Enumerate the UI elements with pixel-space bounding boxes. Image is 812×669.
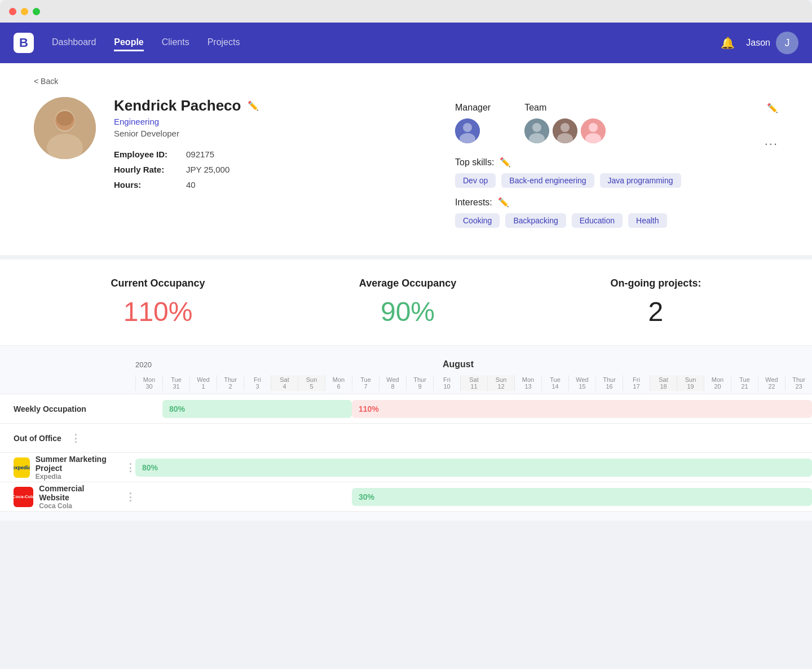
average-occupancy-value: 90% bbox=[359, 296, 456, 327]
day-col-19: Sat18 bbox=[650, 375, 677, 391]
nav-projects[interactable]: Projects bbox=[208, 35, 240, 51]
interest-tag-3: Health bbox=[628, 213, 667, 228]
out-of-office-label: Out of Office ⋮ bbox=[0, 432, 135, 444]
profile-section: < Back ··· Kendrick Pacheco ✏️ Engineeri… bbox=[0, 63, 812, 255]
coca-cola-logo: Coca‑Cola bbox=[14, 487, 33, 507]
coca-cola-project-name: Commercial Website bbox=[39, 484, 115, 502]
profile-avatar bbox=[34, 97, 96, 159]
hourly-rate-label: Hourly Rate: bbox=[114, 165, 182, 174]
profile-right: Manager Team bbox=[455, 97, 778, 237]
nav-dashboard[interactable]: Dashboard bbox=[52, 35, 96, 51]
skill-tag-1: Back-end engineering bbox=[501, 173, 594, 188]
skills-tags: Dev op Back-end engineering Java program… bbox=[455, 173, 778, 188]
day-col-5: Sat4 bbox=[271, 375, 298, 391]
hourly-rate-value: JPY 25,000 bbox=[186, 165, 230, 174]
svg-point-15 bbox=[589, 123, 598, 132]
bar-expedia-80: 80% bbox=[135, 459, 812, 477]
coca-cola-label: Coca‑Cola Commercial Website Coca Cola ⋮ bbox=[0, 484, 135, 510]
coca-cola-client-name: Coca Cola bbox=[39, 502, 115, 510]
team-avatar-3 bbox=[581, 118, 606, 143]
employee-id-value: 092175 bbox=[186, 149, 214, 159]
day-col-20: Sun19 bbox=[677, 375, 704, 391]
profile-role: Senior Developer bbox=[114, 129, 437, 138]
nav-items: Dashboard People Clients Projects bbox=[52, 35, 721, 51]
out-of-office-options[interactable]: ⋮ bbox=[70, 432, 81, 444]
interest-tag-1: Backpacking bbox=[505, 213, 566, 228]
coca-cola-body: 30% bbox=[135, 482, 812, 512]
out-of-office-body bbox=[135, 424, 812, 453]
day-col-0: Mon30 bbox=[135, 375, 162, 391]
edit-team-icon[interactable]: ✏️ bbox=[767, 103, 778, 113]
day-col-15: Tue14 bbox=[541, 375, 568, 391]
notification-bell[interactable]: 🔔 bbox=[721, 36, 735, 50]
out-of-office-row: Out of Office ⋮ bbox=[0, 424, 812, 453]
team-label: Team bbox=[524, 103, 778, 113]
ongoing-projects-title: On-going projects: bbox=[610, 278, 701, 289]
expedia-logo: expedia bbox=[14, 457, 30, 478]
nav-logo: B bbox=[14, 33, 34, 53]
current-occupancy-value: 110% bbox=[111, 296, 205, 327]
nav-clients[interactable]: Clients bbox=[162, 35, 189, 51]
edit-interests-icon[interactable]: ✏️ bbox=[498, 197, 509, 208]
navbar: B Dashboard People Clients Projects 🔔 Ja… bbox=[0, 23, 812, 63]
section-divider bbox=[0, 255, 812, 259]
average-occupancy-block: Average Occupancy 90% bbox=[359, 278, 456, 327]
day-col-8: Tue7 bbox=[352, 375, 379, 391]
user-menu[interactable]: Jason J bbox=[746, 32, 798, 54]
profile-top: Kendrick Pacheco ✏️ Engineering Senior D… bbox=[34, 97, 778, 237]
skill-tag-2: Java programming bbox=[600, 173, 681, 188]
expedia-row: expedia Summer Marketing Project Expedia… bbox=[0, 453, 812, 482]
day-col-13: Sun12 bbox=[487, 375, 514, 391]
profile-name: Kendrick Pacheco bbox=[114, 97, 241, 115]
bar-coca-30: 30% bbox=[352, 488, 812, 506]
day-col-18: Fri17 bbox=[623, 375, 650, 391]
svg-point-12 bbox=[561, 123, 570, 132]
maximize-button[interactable] bbox=[33, 8, 40, 15]
day-col-6: Sun5 bbox=[298, 375, 325, 391]
skill-tag-0: Dev op bbox=[455, 173, 496, 188]
minimize-button[interactable] bbox=[21, 8, 28, 15]
manager-team-row: Manager Team bbox=[455, 103, 778, 143]
interest-tag-0: Cooking bbox=[455, 213, 500, 228]
day-col-9: Wed8 bbox=[379, 375, 406, 391]
bar-weekly-80: 80% bbox=[162, 400, 352, 418]
interests-label: Interests: bbox=[455, 197, 492, 208]
day-col-11: Fri10 bbox=[433, 375, 460, 391]
day-col-3: Thur2 bbox=[217, 375, 244, 391]
nav-people[interactable]: People bbox=[114, 35, 143, 51]
team-avatar-1 bbox=[524, 118, 549, 143]
skills-block: Top skills: ✏️ Dev op Back-end engineeri… bbox=[455, 157, 778, 188]
svg-point-9 bbox=[532, 123, 541, 132]
occupancy-section: Current Occupancy 110% Average Occupancy… bbox=[0, 259, 812, 346]
close-button[interactable] bbox=[9, 8, 16, 15]
manager-block: Manager bbox=[455, 103, 491, 143]
edit-name-icon[interactable]: ✏️ bbox=[248, 100, 259, 111]
svg-point-4 bbox=[56, 111, 73, 126]
day-col-2: Wed1 bbox=[189, 375, 217, 391]
expedia-options[interactable]: ⋮ bbox=[125, 461, 135, 474]
gantt-section: 2020 August Mon30Tue31Wed1Thur2Fri3Sat4S… bbox=[0, 346, 812, 521]
edit-skills-icon[interactable]: ✏️ bbox=[500, 157, 511, 168]
month-label: August bbox=[443, 359, 474, 369]
day-col-1: Tue31 bbox=[162, 375, 189, 391]
coca-cola-row: Coca‑Cola Commercial Website Coca Cola ⋮… bbox=[0, 482, 812, 512]
team-block: Team bbox=[524, 103, 778, 143]
current-occupancy-title: Current Occupancy bbox=[111, 278, 205, 289]
average-occupancy-title: Average Occupancy bbox=[359, 278, 456, 289]
day-col-23: Wed22 bbox=[758, 375, 785, 391]
day-col-24: Thur23 bbox=[785, 375, 812, 391]
hours-label: Hours: bbox=[114, 180, 182, 190]
nav-right: 🔔 Jason J bbox=[721, 32, 798, 54]
expedia-project-name: Summer Marketing Project bbox=[36, 455, 115, 473]
ongoing-projects-value: 2 bbox=[610, 296, 701, 327]
interests-block: Interests: ✏️ Cooking Backpacking Educat… bbox=[455, 197, 778, 228]
coca-cola-options[interactable]: ⋮ bbox=[125, 491, 135, 503]
back-link[interactable]: < Back bbox=[34, 77, 778, 86]
team-avatars bbox=[524, 118, 778, 143]
hours-value: 40 bbox=[186, 180, 196, 190]
username-label: Jason bbox=[746, 38, 770, 48]
expedia-label: expedia Summer Marketing Project Expedia… bbox=[0, 455, 135, 481]
bar-weekly-110: 110% bbox=[352, 400, 812, 418]
interest-tag-2: Education bbox=[572, 213, 623, 228]
svg-point-6 bbox=[463, 123, 472, 132]
